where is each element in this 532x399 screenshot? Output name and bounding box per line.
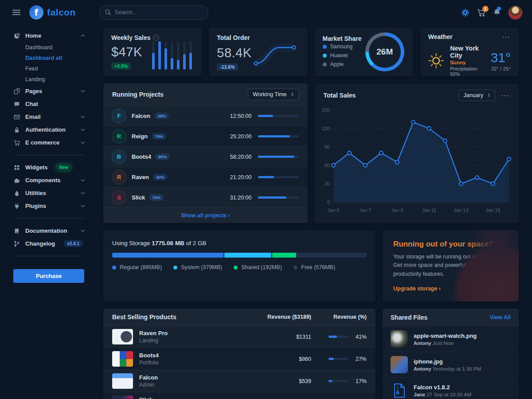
weather-city: New York City [450, 45, 484, 59]
drop-icon [13, 190, 20, 196]
help-icon[interactable]: ? [153, 35, 159, 41]
weather-precipitation: Precipitation: 50% [450, 66, 484, 76]
project-progressbar [258, 196, 299, 199]
brand-logo[interactable]: f falcon [29, 5, 76, 20]
settings-gear-icon[interactable] [461, 8, 469, 17]
sidebar-item-home[interactable]: Home [13, 29, 84, 42]
card-title: Market Share [323, 35, 362, 42]
project-row[interactable]: R Raven 40% 21:20:00 [103, 167, 308, 187]
sidebar-item-authentication[interactable]: Authentication [13, 123, 84, 136]
sidebar-divider [13, 218, 84, 219]
sidebar-item-ecommerce[interactable]: E commerce [13, 136, 84, 149]
view-all-link[interactable]: View All [490, 314, 511, 321]
cart-icon [13, 140, 20, 146]
cart-icon[interactable]: 1 [477, 8, 485, 17]
month-select[interactable]: January ▲▼ [459, 90, 495, 101]
storage-legend: Regular (895MB) System (379MB) Shared (1… [112, 264, 367, 270]
kpi-row: Weekly Sales ? $47K +3.5% Total Order 58… [103, 27, 519, 76]
sidebar-item-pages[interactable]: Pages [13, 85, 84, 98]
file-row[interactable]: iphone.jpg Antony Yesterday at 1:30 PM [383, 352, 519, 377]
sidebar-item-landing[interactable]: Landing [25, 74, 84, 85]
sidebar-item-components[interactable]: Components [13, 174, 84, 187]
project-time: 58:20:00 [230, 154, 252, 160]
sidebar-item-plugins[interactable]: Plugins [13, 200, 84, 212]
upgrade-space-card: Running out of your space? Your storage … [383, 230, 519, 301]
project-row[interactable]: F Falcon 38% 12:50:00 [103, 106, 308, 126]
product-row[interactable]: Raven ProLanding $1311 41% [103, 325, 376, 348]
weekly-sales-bar-chart [152, 41, 192, 70]
legend-dot [323, 45, 327, 49]
sidebar-item-changelog[interactable]: Changelog v2.4.1 [13, 237, 84, 250]
weather-temp: 31° [491, 50, 511, 65]
more-menu-icon[interactable]: ··· [501, 92, 510, 99]
project-avatar: R [112, 170, 126, 184]
topbar: f falcon 1 [0, 0, 532, 25]
weekly-sales-value: $47K [111, 45, 142, 59]
widgets-grid-icon [13, 164, 20, 171]
topbar-actions: 1 [461, 6, 522, 20]
project-progressbar [258, 135, 299, 137]
sidebar-item-dashboard-alt[interactable]: Dashboard alt [25, 53, 84, 63]
legend-dot [323, 54, 327, 58]
sidebar-item-widgets[interactable]: Widgets New [13, 161, 84, 174]
project-progressbar [258, 115, 299, 117]
user-avatar[interactable] [509, 6, 522, 20]
sidebar-item-chat[interactable]: Chat [13, 98, 84, 110]
market-share-card: Market Share Samsung Huawei Apple 26M [315, 27, 413, 76]
sidebar-item-utilities[interactable]: Utilities [13, 187, 84, 200]
search-input[interactable] [99, 5, 208, 20]
project-row[interactable]: B Boots4 90% 58:20:00 [103, 146, 308, 167]
puzzle-icon [13, 177, 20, 184]
show-all-projects-link[interactable]: Show all projects › [103, 207, 308, 223]
svg-text:Jan 7: Jan 7 [359, 207, 371, 213]
sidebar-item-dashboard[interactable]: Dashboard [25, 42, 84, 53]
svg-text:Jan 13: Jan 13 [454, 207, 468, 213]
sidebar-item-email[interactable]: Email [13, 110, 84, 123]
bell-icon[interactable] [493, 8, 501, 16]
version-badge: v2.4.1 [63, 240, 83, 247]
card-title: Total Order [217, 34, 250, 41]
purchase-button[interactable]: Purchase [13, 269, 84, 283]
lock-icon [13, 127, 20, 133]
svg-text:150: 150 [321, 107, 329, 113]
legend-item: Huawei [323, 51, 362, 60]
sidebar-item-documentation[interactable]: Documentation [13, 224, 84, 237]
chevron-up-icon [81, 35, 85, 38]
hamburger-menu-icon[interactable] [12, 8, 20, 16]
percent-badge: 70% [149, 194, 164, 201]
total-order-value: 58.4K [217, 46, 251, 60]
sidebar-item-feed[interactable]: Feed [25, 63, 84, 74]
working-time-select[interactable]: Working Time ▲▼ [248, 89, 298, 100]
card-title: Weekly Sales [111, 34, 150, 41]
col-percent-header: Revenue (%) [311, 314, 367, 320]
file-row[interactable]: apple-smart-watch.png Antony Just Now [383, 326, 519, 352]
upgrade-storage-link[interactable]: Upgrade storage › [393, 286, 441, 292]
market-share-legend: Samsung Huawei Apple [323, 42, 362, 69]
notification-dot [497, 7, 501, 11]
sidebar-label: Chat [25, 101, 38, 107]
space-title: Running out of your space? [393, 240, 508, 249]
revenue-progressbar [329, 336, 349, 338]
space-body: Your storage will be running out soon. G… [393, 253, 491, 278]
chevron-down-icon [81, 203, 85, 207]
svg-text:30: 30 [324, 181, 329, 186]
legend-item: Regular (895MB) [112, 264, 162, 270]
svg-text:Jan 9: Jan 9 [391, 207, 403, 213]
file-row[interactable]: Falcon v1.8.2 Jane 27 Sep at 10:30 AM [383, 377, 519, 399]
sidebar-label: E commerce [25, 139, 59, 146]
product-row[interactable]: SlickBuilder $245 8% [103, 392, 376, 399]
file-thumbnail [391, 356, 408, 373]
project-row[interactable]: R Reign 79% 25:20:00 [103, 126, 308, 146]
project-row[interactable]: S Slick 70% 31:20:00 [103, 187, 308, 207]
product-row[interactable]: Boots4Portfolio $860 27% [103, 348, 376, 370]
shared-files-card: Shared Files View All apple-smart-watch.… [383, 309, 519, 399]
project-avatar: F [112, 109, 126, 123]
sidebar-label: Authentication [25, 126, 66, 133]
storage-progressbar [112, 253, 367, 258]
cart-badge: 1 [482, 6, 489, 12]
card-title: Best Selling Products [112, 313, 258, 321]
product-row[interactable]: FalconAdmin $539 17% [103, 370, 376, 392]
more-menu-icon[interactable]: ··· [502, 34, 511, 40]
project-avatar: R [112, 129, 126, 143]
chevron-down-icon [81, 140, 85, 144]
